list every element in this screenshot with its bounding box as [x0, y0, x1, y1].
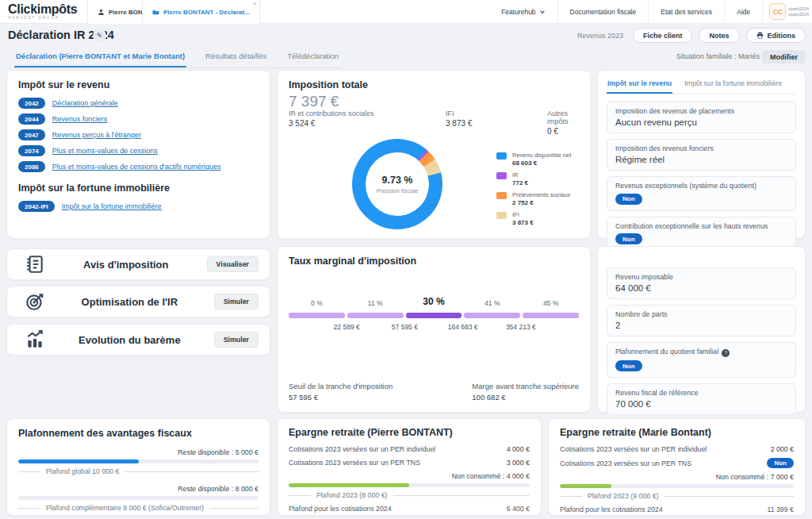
- declaration-tab[interactable]: Pierre BONTANT - Déclarat... ×: [142, 0, 260, 24]
- panel-tabs: Impôt sur le revenu Impôt sur la fortune…: [607, 78, 796, 94]
- tmi-rate-label: 11 %: [347, 299, 404, 307]
- nav-featurehub[interactable]: Featurehub: [489, 0, 557, 24]
- tmi-rate-label: 41 %: [464, 299, 520, 307]
- action-title: Optimisation de l'IR: [45, 296, 214, 308]
- tmi-segment: [464, 313, 520, 318]
- subcard-plafonnement-quotient[interactable]: Plafonnement du quotient familial? Non: [607, 342, 796, 378]
- simuler-button[interactable]: Simuler: [214, 332, 259, 348]
- form-link-ifi[interactable]: Impôt sur la fortune immobilière: [62, 202, 162, 210]
- nav-documentation-fiscale[interactable]: Documentation fiscale: [557, 0, 649, 24]
- bar-chart-icon: [25, 329, 45, 350]
- revenus-year-label: Revenus 2023: [577, 32, 623, 40]
- modifier-button[interactable]: Modifier: [762, 50, 806, 63]
- optimisation-ir-card: Optimisation de l'IR Simuler: [6, 286, 270, 317]
- donut-center-value: 9.73 %: [382, 175, 413, 186]
- journal-icon: [25, 254, 45, 275]
- plafond-2023-progress: [560, 484, 794, 488]
- form-link-revenus-fonciers[interactable]: Revenus fonciers: [52, 115, 108, 123]
- form-code-badge: 2042: [18, 98, 45, 109]
- tab-declaration[interactable]: Déclaration (Pierre BONTANT et Marie Bon…: [14, 48, 186, 67]
- subcard-nombre-de-parts[interactable]: Nombre de parts 2: [607, 305, 796, 336]
- epargne-title: Epargne retraite (Pierre BONTANT): [289, 427, 530, 438]
- section-title-ifi: Impôt sur la fortune immobilière: [18, 183, 259, 194]
- reste-disponible-label: Reste disponible : 5 000 €: [18, 448, 259, 456]
- form-row-2086: 2086 Plus et moins-values de cessions d'…: [18, 161, 259, 172]
- user-account[interactable]: CC cipart2024 cipart2024: [769, 3, 809, 20]
- nav-aide[interactable]: Aide: [724, 0, 763, 24]
- cotisation-row: Cotisations 2023 versées sur un PER indi…: [560, 444, 794, 453]
- imposition-col-autres: Autres impôts 0 €: [547, 110, 590, 136]
- subcard-revenus-fonciers[interactable]: Imposition des revenus fonciers Régime r…: [607, 139, 796, 171]
- cotisation-row: Cotisations 2023 versées sur un PER TNS …: [560, 458, 794, 468]
- form-code-badge: 2044: [18, 113, 45, 125]
- tmi-threshold: 57 595 €: [392, 323, 418, 331]
- tmi-title: Taux marginal d'imposition: [289, 256, 579, 267]
- editions-button[interactable]: Editions: [746, 28, 806, 43]
- avatar[interactable]: CC: [769, 3, 786, 20]
- plafond-global-progress: [18, 459, 259, 463]
- subcard-revenu-fiscal-reference[interactable]: Revenu fiscal de référence 70 000 €: [607, 383, 796, 415]
- page-tabs-row: Déclaration (Pierre BONTANT et Marie Bon…: [0, 46, 812, 68]
- tmi-rate-label: 30 %: [406, 296, 462, 307]
- toolbar-actions: Revenus 2023 Fiche client Notes Editions: [577, 28, 806, 43]
- fiche-client-button[interactable]: Fiche client: [633, 28, 693, 43]
- donut-center-label: Pression fiscale: [377, 187, 419, 194]
- non-consomme-label: Non consommé : 7 000 €: [560, 473, 794, 481]
- status-badge: Non: [615, 233, 642, 244]
- panel-tab-ir[interactable]: Impôt sur le revenu: [607, 78, 672, 94]
- target-icon: [25, 291, 45, 312]
- revenu-details-panel: Revenu imposable 64 000 € Nombre de part…: [597, 246, 806, 413]
- edit-title-button[interactable]: ✎: [93, 29, 106, 42]
- tmi-threshold: 164 683 €: [448, 323, 478, 331]
- top-nav: Featurehub Documentation fiscale Etat de…: [489, 0, 763, 24]
- non-consomme-label: Non consommé : 4 000 €: [289, 472, 530, 480]
- section-title-ir: Impôt sur le revenu: [18, 79, 259, 90]
- status-badge: Non: [615, 360, 642, 371]
- tmi-segment: [406, 313, 462, 318]
- plafond-2023-progress: [289, 483, 530, 487]
- tmi-rate-label: 45 %: [523, 299, 579, 307]
- form-link-declaration-generale[interactable]: Déclaration générale: [52, 99, 118, 107]
- tab-resultats-detailles[interactable]: Résultats détaillés: [204, 48, 268, 67]
- evolution-bareme-card: Evolution du barème Simuler: [6, 324, 270, 356]
- form-link-revenus-etranger[interactable]: Revenus perçus à l'étranger: [52, 131, 141, 139]
- notes-button[interactable]: Notes: [699, 28, 739, 43]
- imposition-col-ir: IR et contributions sociales 3 524 €: [289, 110, 374, 128]
- close-icon[interactable]: ×: [253, 0, 257, 7]
- person-icon: [98, 9, 105, 16]
- subcard-revenus-exceptionnels[interactable]: Revenus exceptionnels (système du quotie…: [607, 176, 796, 211]
- subcard-revenus-placements[interactable]: Imposition des revenus de placements Auc…: [607, 102, 796, 133]
- form-link-actifs-numeriques[interactable]: Plus et moins-values de cessions d'actif…: [52, 163, 221, 171]
- help-icon[interactable]: ?: [722, 349, 730, 357]
- imposition-totale-card: Imposition totale 7 397 € IR et contribu…: [277, 70, 591, 239]
- epargne-retraite-pierre-card: Epargne retraite (Pierre BONTANT) Cotisa…: [277, 418, 542, 516]
- form-row-2044: 2044 Revenus fonciers: [18, 113, 259, 125]
- legend-item: IR 772 €: [496, 171, 571, 186]
- form-code-badge: 2086: [18, 161, 45, 172]
- simuler-button[interactable]: Simuler: [214, 294, 259, 309]
- visualiser-button[interactable]: Visualiser: [207, 256, 259, 272]
- legend-item: IFI 3 873 €: [496, 211, 571, 226]
- plafond-2023-caption: Plafond 2023 (8 000 €): [316, 491, 388, 499]
- epargne-retraite-marie-card: Epargne retraite (Marie Bontant) Cotisat…: [548, 418, 806, 516]
- legend-swatch: [496, 152, 507, 160]
- plafond-2024-row: Plafond pour les cotisations 2024 6 400 …: [289, 505, 530, 513]
- subcard-revenu-imposable[interactable]: Revenu imposable 64 000 €: [607, 267, 796, 299]
- nav-etat-des-services[interactable]: Etat des services: [648, 0, 724, 24]
- taux-marginal-card: Taux marginal d'imposition 0 % 11 % 30 %…: [277, 246, 591, 413]
- panel-tab-ifi[interactable]: Impôt sur la fortune immobilière: [684, 78, 783, 94]
- chevron-down-icon: [539, 9, 546, 15]
- form-link-plus-values[interactable]: Plus et moins-values de cessions: [52, 147, 158, 155]
- plafond-2023-caption: Plafond 2023 (9 000 €): [588, 492, 659, 500]
- cotisation-row: Cotisations 2023 versées sur un PER indi…: [289, 444, 530, 453]
- action-title: Evolution du barème: [45, 334, 214, 346]
- form-row-2047: 2047 Revenus perçus à l'étranger: [18, 129, 259, 140]
- plafond-2024-row: Plafond pour les cotisations 2024 11 399…: [560, 506, 794, 513]
- reste-disponible-label: Reste disponible : 8 000 €: [18, 485, 259, 493]
- main-content: Impôt sur le revenu 2042 Déclaration gén…: [0, 68, 812, 519]
- status-badge: Non: [615, 194, 642, 205]
- tab-teledeclaration[interactable]: Télédéclaration: [285, 48, 340, 67]
- form-code-badge: 2047: [18, 129, 45, 140]
- plafond-complementaire-caption: Plafond complémentaire 8 000 € (Sofica/O…: [46, 504, 204, 512]
- action-title: Avis d'imposition: [45, 259, 207, 271]
